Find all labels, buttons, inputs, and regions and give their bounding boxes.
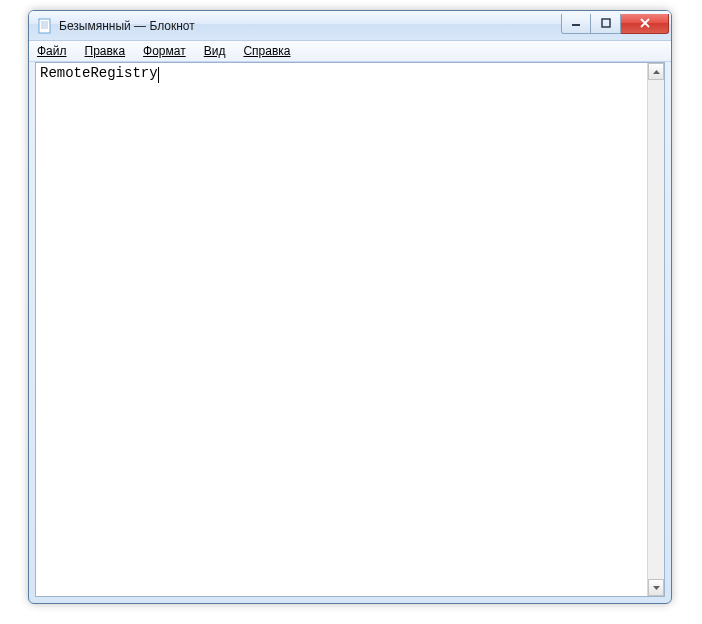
client-area: RemoteRegistry — [35, 62, 665, 597]
scroll-down-button[interactable] — [648, 579, 664, 596]
svg-rect-5 — [572, 24, 580, 26]
chevron-down-icon — [653, 586, 660, 590]
menu-help[interactable]: Справка — [239, 42, 294, 60]
svg-rect-6 — [602, 19, 610, 27]
chevron-up-icon — [653, 70, 660, 74]
menu-view[interactable]: Вид — [200, 42, 230, 60]
scroll-up-button[interactable] — [648, 63, 664, 80]
close-button[interactable] — [621, 14, 669, 34]
window-title: Безымянный — Блокнот — [59, 19, 561, 33]
editor-content: RemoteRegistry — [40, 65, 158, 81]
menubar: Файл Правка Формат Вид Справка — [29, 41, 671, 62]
minimize-button[interactable] — [561, 14, 591, 34]
menu-format[interactable]: Формат — [139, 42, 190, 60]
maximize-button[interactable] — [591, 14, 621, 34]
svg-marker-9 — [653, 70, 660, 74]
scroll-track[interactable] — [648, 80, 664, 579]
menu-edit[interactable]: Правка — [81, 42, 130, 60]
vertical-scrollbar[interactable] — [647, 63, 664, 596]
titlebar[interactable]: Безымянный — Блокнот — [29, 11, 671, 41]
notepad-icon — [37, 18, 53, 34]
app-window: Безымянный — Блокнот Файл Правка Формат … — [28, 10, 672, 604]
window-controls — [561, 14, 669, 34]
text-editor[interactable]: RemoteRegistry — [36, 63, 647, 596]
text-caret — [158, 67, 159, 83]
menu-file[interactable]: Файл — [33, 42, 71, 60]
svg-marker-10 — [653, 586, 660, 590]
